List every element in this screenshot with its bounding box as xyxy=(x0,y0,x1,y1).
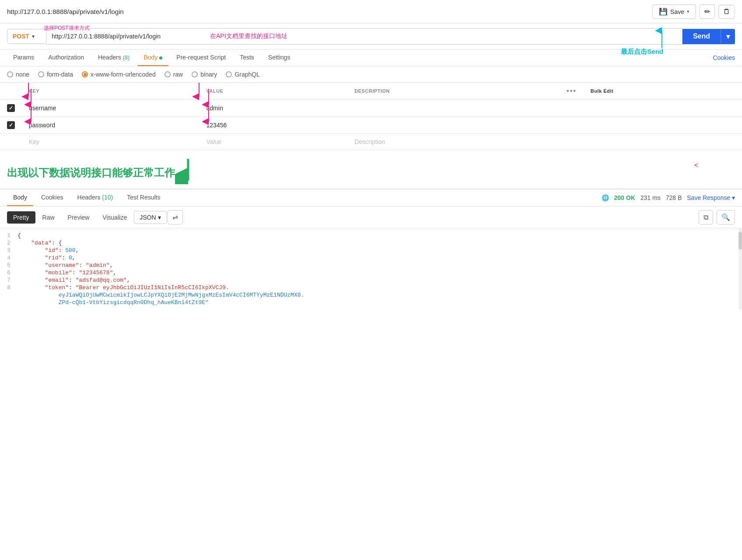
globe-icon: 🌐 xyxy=(602,194,609,201)
body-type-form-data[interactable]: form-data xyxy=(38,71,73,78)
cookies-link[interactable]: Cookies xyxy=(713,54,735,61)
tab-pre-request-script[interactable]: Pre-request Script xyxy=(170,49,232,66)
placeholder-description[interactable]: Description xyxy=(347,134,560,150)
th-checkbox xyxy=(0,83,22,100)
row1-key[interactable]: username xyxy=(22,100,200,117)
vertical-scrollbar[interactable] xyxy=(738,228,742,310)
url-input[interactable] xyxy=(46,28,682,45)
status-badge: 200 OK xyxy=(614,194,635,201)
row1-checkbox[interactable] xyxy=(7,104,15,112)
section-spacer xyxy=(0,150,742,157)
edit-icon-button[interactable]: ✏ xyxy=(700,4,715,19)
response-tab-test-results[interactable]: Test Results xyxy=(121,189,166,206)
row2-checkbox-cell[interactable] xyxy=(0,117,22,134)
body-type-none[interactable]: none xyxy=(7,71,29,78)
copy-button[interactable]: ⧉ xyxy=(699,210,713,224)
format-bar-right: ⧉ 🔍 xyxy=(699,210,735,224)
kv-section: KEY VALUE DESCRIPTION ••• Bulk Edit xyxy=(0,83,742,150)
row1-bulk-edit-cell xyxy=(584,100,742,117)
row1-description[interactable] xyxy=(347,100,560,117)
table-row: username admin xyxy=(0,100,742,117)
send-button[interactable]: Send ▾ xyxy=(682,29,735,44)
json-line-1: 1 { xyxy=(0,232,742,239)
save-button[interactable]: 💾 Save ▾ xyxy=(652,4,696,19)
doc-icon-button[interactable]: 🗒 xyxy=(718,5,735,19)
body-type-raw[interactable]: raw xyxy=(164,71,183,78)
copy-icon: ⧉ xyxy=(704,214,708,221)
url-bar-actions: 💾 Save ▾ ✏ 🗒 xyxy=(652,4,735,19)
th-more: ••• xyxy=(560,83,584,100)
response-section: Body Cookies Headers (10) Test Results 🌐… xyxy=(0,189,742,310)
radio-none-icon xyxy=(7,71,13,77)
response-tab-body[interactable]: Body xyxy=(7,189,33,206)
radio-binary-icon xyxy=(192,71,198,77)
save-label: Save xyxy=(670,8,684,15)
response-size: 728 B xyxy=(666,194,682,201)
search-icon: 🔍 xyxy=(721,214,730,221)
format-bar: Pretty Raw Preview Visualize JSON ▾ ⇌ ⧉ xyxy=(0,206,742,228)
placeholder-key[interactable]: Key xyxy=(22,134,200,150)
window-url: http://127.0.0.1:8888/api/private/v1/log… xyxy=(7,8,124,15)
body-dot-icon xyxy=(159,56,162,60)
body-types: none form-data x-www-form-urlencoded raw… xyxy=(0,66,742,83)
doc-icon: 🗒 xyxy=(723,8,730,15)
response-tab-headers[interactable]: Headers (10) xyxy=(71,189,119,206)
body-type-section: none form-data x-www-form-urlencoded raw… xyxy=(0,66,742,83)
format-chevron-icon[interactable]: ▾ xyxy=(158,214,161,221)
row2-more xyxy=(560,117,584,134)
radio-urlencoded-icon xyxy=(82,71,88,77)
placeholder-more xyxy=(560,134,584,150)
request-section: 选择POST请求方式 POST ▾ 在API文档里查找的接口地址 Send ▾ … xyxy=(0,24,742,49)
response-tab-cookies[interactable]: Cookies xyxy=(35,189,70,206)
json-line-7: 7 "email": "adsfad@qq.com", xyxy=(0,276,742,284)
save-response-button[interactable]: Save Response ▾ xyxy=(687,194,735,201)
row1-value[interactable]: admin xyxy=(200,100,348,117)
placeholder-value[interactable]: Value xyxy=(200,134,348,150)
json-viewer-container: 1 { 2 "data": { 3 "id": 500, 4 "rid": 0, xyxy=(0,228,742,310)
scrollbar-thumb[interactable] xyxy=(738,232,742,249)
method-chevron-icon[interactable]: ▾ xyxy=(32,34,35,39)
save-response-chevron-icon[interactable]: ▾ xyxy=(732,194,735,201)
save-chevron-icon[interactable]: ▾ xyxy=(687,9,690,14)
format-raw-button[interactable]: Raw xyxy=(36,211,61,224)
json-line-9: eyJ1aWQiOjUwMCwicmlkIjowLCJpYXQiOjE2MjMw… xyxy=(0,291,742,299)
body-type-binary[interactable]: binary xyxy=(192,71,217,78)
method-label: POST xyxy=(13,33,29,40)
row2-bulk-edit-cell xyxy=(584,117,742,134)
kv-table: KEY VALUE DESCRIPTION ••• Bulk Edit xyxy=(0,83,742,150)
tab-settings[interactable]: Settings xyxy=(262,49,297,66)
row2-key[interactable]: password xyxy=(22,117,200,134)
tab-params[interactable]: Params xyxy=(7,49,40,66)
tabs-row: Params Authorization Headers (8) Body Pr… xyxy=(0,49,742,66)
tab-headers[interactable]: Headers (8) xyxy=(92,49,136,66)
json-line-4: 4 "rid": 0, xyxy=(0,254,742,262)
th-bulk-edit[interactable]: Bulk Edit xyxy=(584,83,742,100)
send-label: Send xyxy=(682,29,721,44)
th-value: VALUE xyxy=(200,83,348,100)
json-line-8: 8 "token": "Bearer eyJhbGciOiJIUzI1NiIsI… xyxy=(0,284,742,291)
table-row: password 123456 xyxy=(0,117,742,134)
format-preview-button[interactable]: Preview xyxy=(62,211,96,224)
row1-checkbox-cell[interactable] xyxy=(0,100,22,117)
json-line-2: 2 "data": { xyxy=(0,239,742,247)
method-select[interactable]: POST ▾ xyxy=(7,29,46,44)
body-type-urlencoded[interactable]: x-www-form-urlencoded xyxy=(82,71,156,78)
json-line-10: ZPd-cQb1-VtbYizsgicdqqRn0Dhq_hAueKBnl4tZ… xyxy=(0,299,742,306)
placeholder-checkbox-cell xyxy=(0,134,22,150)
row2-description[interactable] xyxy=(347,117,560,134)
format-visualize-button[interactable]: Visualize xyxy=(96,211,133,224)
response-meta: 🌐 200 OK 231 ms 728 B Save Response ▾ xyxy=(602,194,735,201)
row2-checkbox[interactable] xyxy=(7,121,15,129)
format-type-dropdown[interactable]: JSON ▾ xyxy=(134,211,166,224)
body-type-graphql[interactable]: GraphQL xyxy=(226,71,260,78)
tab-tests[interactable]: Tests xyxy=(234,49,260,66)
edit-icon: ✏ xyxy=(704,8,710,15)
search-button[interactable]: 🔍 xyxy=(717,210,735,224)
json-line-3: 3 "id": 500, xyxy=(0,247,742,254)
send-chevron-icon[interactable]: ▾ xyxy=(721,29,735,44)
wrap-button[interactable]: ⇌ xyxy=(168,210,183,224)
tab-authorization[interactable]: Authorization xyxy=(42,49,90,66)
row2-value[interactable]: 123456 xyxy=(200,117,348,134)
format-pretty-button[interactable]: Pretty xyxy=(7,211,35,224)
tab-body[interactable]: Body xyxy=(137,49,168,66)
